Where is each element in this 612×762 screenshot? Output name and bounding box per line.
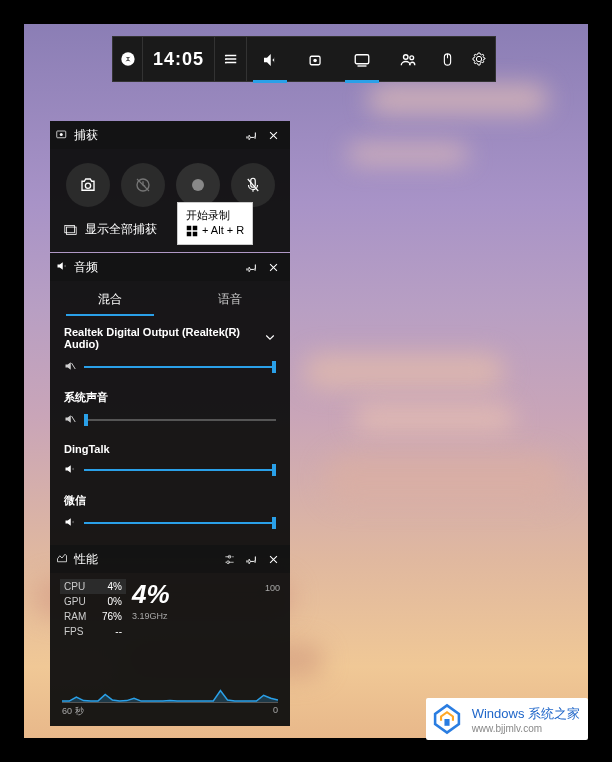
options-icon[interactable] [218,548,240,570]
chevron-down-icon [264,331,276,346]
perf-header[interactable]: 性能 [50,545,290,573]
capture-title: 捕获 [74,127,98,144]
svg-point-1 [224,55,226,57]
close-icon[interactable] [262,124,284,146]
tooltip-shortcut: + Alt + R [202,223,244,238]
close-icon[interactable] [262,548,284,570]
chart-icon [56,552,68,567]
tab-capture[interactable] [293,37,339,83]
performance-widget: 性能 CPU4% GPU0% RAM76% FPS-- 4% 3.19GHz 1… [50,545,290,726]
mic-toggle-button[interactable] [231,163,275,207]
svg-point-0 [121,52,134,65]
perf-clock: 3.19GHz [132,611,280,621]
tab-mouse[interactable] [431,36,463,82]
audio-device-selector[interactable]: Realtek Digital Output (Realtek(R) Audio… [64,326,276,350]
svg-point-3 [224,62,226,64]
source-system-label: 系统声音 [64,390,276,405]
xbox-icon[interactable] [113,37,143,81]
svg-point-12 [60,132,63,135]
win-key-icon [186,225,198,237]
logo-icon [430,702,464,736]
record-icon [192,179,204,191]
tab-voice[interactable]: 语音 [170,281,290,316]
device-volume-slider[interactable] [84,358,276,376]
show-all-label: 显示全部捕获 [85,221,157,238]
svg-rect-6 [355,55,369,64]
close-icon[interactable] [262,256,284,278]
source-wechat-label: 微信 [64,493,276,508]
stat-gpu[interactable]: GPU0% [60,594,126,609]
perf-graph [62,655,278,703]
stat-ram[interactable]: RAM76% [60,609,126,624]
source-dingtalk-label: DingTalk [64,443,276,455]
screenshot-button[interactable] [66,163,110,207]
svg-rect-20 [187,232,192,237]
record-last-button[interactable] [121,163,165,207]
watermark-url: www.bjjmlv.com [472,723,580,734]
svg-rect-21 [193,232,198,237]
perf-scale-top: 100 [265,583,280,593]
site-watermark: Windows 系统之家 www.bjjmlv.com [426,698,588,740]
wechat-volume-slider[interactable] [84,514,276,532]
game-bar-toolbar: 14:05 [112,36,496,82]
svg-rect-23 [444,719,449,726]
stat-cpu[interactable]: CPU4% [60,579,126,594]
capture-header[interactable]: 捕获 [50,121,290,149]
tooltip-title: 开始录制 [186,208,244,223]
volume-icon[interactable] [64,463,76,478]
perf-time-label: 60 秒 [62,705,84,718]
widgets-menu-icon[interactable] [215,37,247,81]
start-record-button[interactable] [176,163,220,207]
settings-icon[interactable] [463,36,495,82]
volume-icon[interactable] [64,516,76,531]
watermark-title: Windows 系统之家 [472,705,580,723]
svg-point-2 [224,58,226,60]
mute-icon[interactable] [64,360,76,375]
capture-widget: 捕获 显示全部捕获 [50,121,290,252]
svg-point-8 [410,56,414,60]
svg-point-5 [313,58,317,62]
svg-point-13 [85,183,90,188]
record-tooltip: 开始录制 + Alt + R [177,202,253,245]
stat-fps[interactable]: FPS-- [60,624,126,639]
tab-audio[interactable] [247,37,293,83]
tab-mix[interactable]: 混合 [50,281,170,316]
system-volume-slider[interactable] [84,411,276,429]
audio-title: 音频 [74,259,98,276]
speaker-icon [56,260,68,275]
svg-rect-18 [187,226,192,231]
pin-icon[interactable] [240,124,262,146]
perf-title: 性能 [74,551,98,568]
tab-performance[interactable] [339,37,385,83]
clock-time: 14:05 [143,49,214,70]
camera-icon [56,128,68,143]
dingtalk-volume-slider[interactable] [84,461,276,479]
svg-point-7 [404,55,409,60]
pin-icon[interactable] [240,256,262,278]
perf-big-value: 4% [132,581,280,607]
audio-header[interactable]: 音频 [50,253,290,281]
device-name: Realtek Digital Output (Realtek(R) Audio… [64,326,264,350]
svg-rect-19 [193,226,198,231]
tab-social[interactable] [385,37,431,83]
perf-scale-bottom: 0 [273,705,278,718]
audio-widget: 音频 混合 语音 Realtek Digital Output (Realtek… [50,253,290,558]
pin-icon[interactable] [240,548,262,570]
mute-icon[interactable] [64,413,76,428]
